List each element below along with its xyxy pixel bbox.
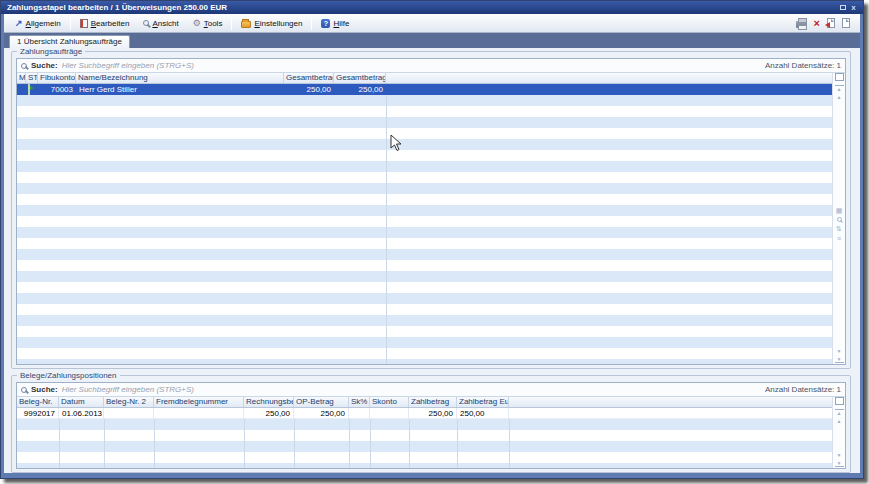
column-divider <box>370 419 371 468</box>
col-fibukonto[interactable]: Fibukonto <box>38 73 76 83</box>
column-divider <box>154 419 155 468</box>
col-m[interactable]: M <box>17 73 26 83</box>
column-chooser-icon[interactable] <box>837 75 844 81</box>
col-op-betrag[interactable]: OP-Betrag <box>294 397 349 407</box>
content-area: Zahlungsaufträge Suche: Anzahl Datensätz… <box>4 48 860 473</box>
column-divider <box>294 419 295 468</box>
search-input[interactable] <box>62 60 761 71</box>
col-fremdbelegnummer[interactable]: Fremdbelegnummer <box>154 397 244 407</box>
scroll-bottom-button[interactable]: ▼ <box>835 460 844 467</box>
table-row-selected[interactable]: 70003 Herr Gerd Stiller 250,00 250,00 <box>17 84 832 95</box>
col-skonto[interactable]: Skonto <box>370 397 409 407</box>
close-window-button[interactable]: x <box>848 3 859 13</box>
search-label: Suche: <box>31 61 58 70</box>
menu-hilfe[interactable]: ? Hilfe <box>314 16 356 31</box>
restore-window-button[interactable] <box>837 3 848 13</box>
cell-rechnungsbetrag: 250,00 <box>244 408 294 418</box>
search-bar: Suche: Anzahl Datensätze: 1 <box>17 383 845 397</box>
empty-rows <box>17 419 832 468</box>
help-icon: ? <box>321 19 330 28</box>
scroll-down-button[interactable]: ▼ <box>835 348 844 354</box>
col-beleg-nr[interactable]: Beleg-Nr. <box>17 397 59 407</box>
column-divider <box>104 419 105 468</box>
list-icon[interactable]: ≡ <box>837 235 841 242</box>
table-header: Beleg-Nr. Datum Beleg-Nr. 2 Fremdbelegnu… <box>17 397 832 408</box>
col-zahlbetrag-euro[interactable]: Zahlbetrag Euro <box>457 397 509 407</box>
zoom-icon[interactable] <box>837 217 842 222</box>
positions-table: Beleg-Nr. Datum Beleg-Nr. 2 Fremdbelegnu… <box>17 397 832 468</box>
menu-bearbeiten[interactable]: Bearbeiten <box>73 16 137 31</box>
transfer-icon <box>28 84 30 95</box>
scroll-up-button[interactable]: ▲ <box>835 418 844 424</box>
application-window: Zahlungsstapel bearbeiten / 1 Überweisun… <box>0 0 864 479</box>
cell-zahlbetrag-euro: 250,00 <box>457 408 509 418</box>
menu-separator <box>231 17 232 30</box>
column-divider <box>509 419 510 468</box>
restore-icon <box>840 5 846 10</box>
search-icon <box>21 387 27 393</box>
group-legend: Belege/Zahlungspositionen <box>17 371 120 380</box>
grid-view-icon[interactable]: ▦ <box>836 207 843 214</box>
col-beleg-nr-2[interactable]: Beleg-Nr. 2 <box>104 397 154 407</box>
table-scrollbar: ▲ ▲ ▦ ⇅ ≡ ▼ ▼ <box>832 73 845 364</box>
toolbar-right: × <box>796 18 856 28</box>
delete-button[interactable]: × <box>814 18 820 28</box>
menu-bar: ↗ Allgemein Bearbeiten Ansicht ⚙ Tools E… <box>4 14 860 33</box>
column-divider <box>386 95 387 364</box>
record-count: Anzahl Datensätze: 1 <box>765 61 841 70</box>
mouse-cursor <box>390 134 402 152</box>
payments-table: M ST Fibukonto Name/Bezeichnung Gesamtbe… <box>17 73 832 364</box>
menu-einstellungen[interactable]: Einstellungen <box>234 16 309 31</box>
orange-folder-icon <box>241 21 251 28</box>
menu-tools[interactable]: ⚙ Tools <box>186 16 230 31</box>
menu-allgemein[interactable]: ↗ Allgemein <box>8 16 68 31</box>
table-row[interactable]: 9992017 01.06.2013 /Sa 250,00 250,00 250… <box>17 408 832 419</box>
new-document-button[interactable] <box>842 18 850 28</box>
cell-zahlbetrag: 250,00 <box>409 408 457 418</box>
cell-fremdbelegnummer <box>154 408 244 418</box>
print-button[interactable] <box>796 21 807 28</box>
scroll-down-button[interactable]: ▼ <box>835 452 844 458</box>
cell-gesamtbetrag-euro: 250,00 <box>334 84 386 95</box>
col-filler <box>509 397 832 407</box>
gear-icon: ⚙ <box>193 19 201 28</box>
arrow-up-right-icon: ↗ <box>15 19 23 28</box>
red-book-icon <box>80 19 88 28</box>
cell-sk <box>349 408 370 418</box>
col-name[interactable]: Name/Bezeichnung <box>76 73 284 83</box>
exit-button[interactable] <box>827 18 835 28</box>
cell-gesamtbetrag: 250,00 <box>284 84 334 95</box>
col-sk[interactable]: Sk% <box>349 397 370 407</box>
close-icon: x <box>851 3 855 12</box>
group-zahlungsauftraege: Zahlungsaufträge Suche: Anzahl Datensätz… <box>11 51 851 369</box>
title-bar: Zahlungsstapel bearbeiten / 1 Überweisun… <box>1 1 863 14</box>
column-divider <box>349 419 350 468</box>
sort-icon[interactable]: ⇅ <box>836 225 842 232</box>
col-st[interactable]: ST <box>26 73 38 83</box>
table-header: M ST Fibukonto Name/Bezeichnung Gesamtbe… <box>17 73 832 84</box>
column-chooser-icon[interactable] <box>837 399 844 405</box>
col-datum[interactable]: Datum <box>59 397 104 407</box>
window-title: Zahlungsstapel bearbeiten / 1 Überweisun… <box>7 3 227 12</box>
cell-skonto <box>370 408 409 418</box>
col-zahlbetrag[interactable]: Zahlbetrag <box>409 397 457 407</box>
cell-fibukonto: 70003 <box>38 84 76 95</box>
column-divider <box>244 419 245 468</box>
column-divider <box>409 419 410 468</box>
cell-op-betrag: 250,00 <box>294 408 349 418</box>
search-bar: Suche: Anzahl Datensätze: 1 <box>17 59 845 73</box>
search-icon <box>21 63 27 69</box>
cell-beleg-nr-2 <box>104 408 154 418</box>
record-count: Anzahl Datensätze: 1 <box>765 385 841 394</box>
scroll-top-button[interactable]: ▲ <box>835 409 844 416</box>
col-gesamtbetrag[interactable]: Gesamtbetrag <box>284 73 334 83</box>
scroll-bottom-button[interactable]: ▼ <box>835 356 844 363</box>
empty-rows <box>17 95 832 364</box>
col-gesamtbetrag-euro[interactable]: Gesamtbetrag Euro <box>334 73 386 83</box>
search-label: Suche: <box>31 385 58 394</box>
search-input[interactable] <box>62 384 761 395</box>
menu-ansicht[interactable]: Ansicht <box>136 16 185 31</box>
scroll-up-button[interactable]: ▲ <box>835 94 844 100</box>
col-rechnungsbetrag[interactable]: Rechnungsbetrag <box>244 397 294 407</box>
scroll-top-button[interactable]: ▲ <box>835 85 844 92</box>
